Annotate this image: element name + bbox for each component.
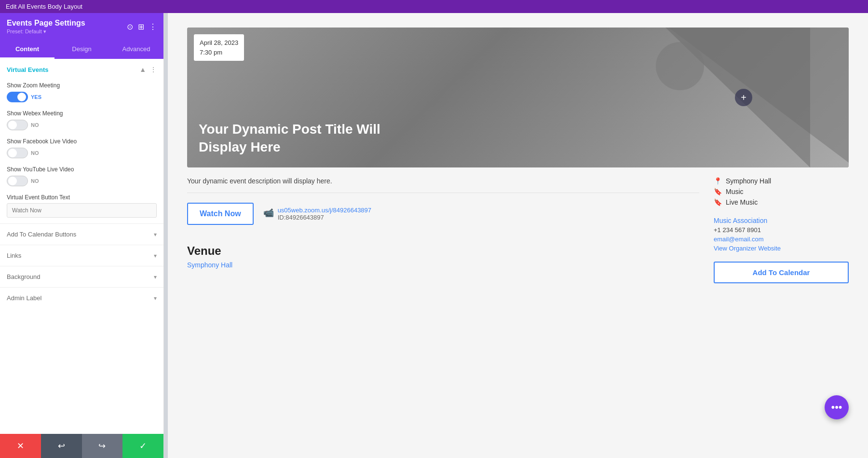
zoom-meeting-toggle[interactable] <box>7 92 28 102</box>
hero-time: 7:30 pm <box>200 48 238 57</box>
hero-date-badge: April 28, 2023 7:30 pm <box>194 34 244 61</box>
fab-icon: ••• <box>831 401 842 414</box>
event-main: Your dynamic event description will disp… <box>187 177 699 269</box>
category-music-row: 🔖 Music <box>714 188 849 195</box>
background-chevron: ▾ <box>154 274 157 280</box>
facebook-live-label: Show Facebook Live Video <box>7 138 157 145</box>
admin-label-label: Admin Label <box>7 294 41 302</box>
virtual-events-title: Virtual Events <box>7 66 48 73</box>
hero-date: April 28, 2023 <box>200 38 238 48</box>
organizer-phone: +1 234 567 8901 <box>714 226 849 234</box>
venue-section: Venue Symphony Hall <box>187 244 699 269</box>
youtube-live-knob <box>8 177 17 185</box>
zoom-meeting-label: Show Zoom Meeting <box>7 82 157 89</box>
zoom-details: us05web.zoom.us/j/84926643897 ID:8492664… <box>278 207 371 221</box>
grid-icon[interactable]: ⊞ <box>138 22 144 31</box>
youtube-live-label: Show YouTube Live Video <box>7 166 157 173</box>
links-chevron: ▾ <box>154 252 157 259</box>
focus-icon[interactable]: ⊙ <box>127 22 133 31</box>
panel-content: Virtual Events ▲ ⋮ Show Zoom Meeting YES <box>0 59 163 434</box>
webex-meeting-knob <box>8 121 17 129</box>
watch-now-button[interactable]: Watch Now <box>187 203 254 225</box>
watch-section: Watch Now 📹 us05web.zoom.us/j/8492664389… <box>187 203 699 225</box>
save-icon: ✓ <box>139 441 147 451</box>
webex-meeting-row: Show Webex Meeting NO <box>0 106 163 134</box>
category-icon-1: 🔖 <box>714 188 722 195</box>
organizer-name[interactable]: Music Association <box>714 217 849 224</box>
virtual-events-header: Virtual Events ▲ ⋮ <box>0 59 163 78</box>
tab-content[interactable]: Content <box>0 41 54 59</box>
undo-button[interactable]: ↩ <box>41 434 82 458</box>
button-text-input[interactable] <box>7 203 157 218</box>
youtube-live-status: NO <box>31 178 39 184</box>
fab-button[interactable]: ••• <box>825 395 849 419</box>
add-to-calendar-button[interactable]: Add To Calendar <box>714 262 849 283</box>
add-to-calendar-section[interactable]: Add To Calendar Buttons ▾ <box>0 223 163 245</box>
category-icon-2: 🔖 <box>714 198 722 206</box>
event-description: Your dynamic event description will disp… <box>187 177 699 193</box>
facebook-live-toggle-switch: NO <box>7 148 157 158</box>
tab-advanced[interactable]: Advanced <box>109 41 163 59</box>
redo-button[interactable]: ↪ <box>82 434 123 458</box>
hero-plus-button[interactable]: + <box>735 89 752 106</box>
collapse-icon[interactable]: ▲ <box>139 66 146 73</box>
facebook-live-toggle[interactable] <box>7 148 28 158</box>
section-icons: ▲ ⋮ <box>139 66 157 73</box>
button-text-row: Virtual Event Button Text <box>0 190 163 223</box>
hero-title: Your Dynamic Post Title Will Display Her… <box>199 121 392 156</box>
add-to-calendar-chevron: ▾ <box>154 231 157 238</box>
organizer-website[interactable]: View Organizer Website <box>714 245 849 252</box>
button-text-label: Virtual Event Button Text <box>7 194 157 201</box>
zoom-link[interactable]: us05web.zoom.us/j/84926643897 <box>278 207 371 214</box>
background-label: Background <box>7 273 40 280</box>
section-menu-icon[interactable]: ⋮ <box>150 66 157 73</box>
links-section[interactable]: Links ▾ <box>0 245 163 266</box>
cancel-icon: ✕ <box>17 441 24 451</box>
redo-icon: ↪ <box>98 441 106 451</box>
panel-preset: Preset: Default ▾ <box>7 28 85 35</box>
links-label: Links <box>7 252 21 259</box>
venue-name: Symphony Hall <box>726 177 771 185</box>
event-hero: April 28, 2023 7:30 pm Your Dynamic Post… <box>187 28 849 167</box>
facebook-live-row: Show Facebook Live Video NO <box>0 134 163 162</box>
panel-tabs: Content Design Advanced <box>0 41 163 59</box>
webex-meeting-toggle-switch: NO <box>7 120 157 130</box>
organizer-email[interactable]: email@email.com <box>714 236 849 243</box>
zoom-info: 📹 us05web.zoom.us/j/84926643897 ID:84926… <box>263 207 371 221</box>
youtube-live-row: Show YouTube Live Video NO <box>0 162 163 190</box>
zoom-meeting-knob <box>17 93 26 101</box>
facebook-live-knob <box>8 149 17 157</box>
main-layout: Events Page Settings Preset: Default ▾ ⊙… <box>0 13 868 458</box>
location-icon: 📍 <box>714 177 722 185</box>
webex-meeting-label: Show Webex Meeting <box>7 110 157 117</box>
youtube-live-toggle[interactable] <box>7 176 28 186</box>
save-button[interactable]: ✓ <box>122 434 163 458</box>
venue-title: Venue <box>187 244 699 258</box>
left-panel: Events Page Settings Preset: Default ▾ ⊙… <box>0 13 164 458</box>
video-icon: 📹 <box>263 208 274 218</box>
zoom-meeting-toggle-switch: YES <box>7 92 157 102</box>
zoom-id: ID:84926643897 <box>278 214 371 221</box>
venue-row: 📍 Symphony Hall <box>714 177 849 185</box>
facebook-live-status: NO <box>31 150 39 156</box>
sidebar-divider <box>714 209 849 217</box>
undo-icon: ↩ <box>58 441 65 451</box>
venue-name-link[interactable]: Symphony Hall <box>187 261 232 269</box>
category-live-music: Live Music <box>726 198 758 206</box>
panel-header: Events Page Settings Preset: Default ▾ ⊙… <box>0 13 163 41</box>
panel-divider[interactable] <box>164 13 168 458</box>
zoom-meeting-status: YES <box>31 94 41 100</box>
tab-design[interactable]: Design <box>54 41 109 59</box>
cancel-button[interactable]: ✕ <box>0 434 41 458</box>
panel-header-icons: ⊙ ⊞ ⋮ <box>127 22 157 31</box>
top-bar: Edit All Events Body Layout <box>0 0 868 13</box>
panel-title: Events Page Settings <box>7 19 85 28</box>
background-section[interactable]: Background ▾ <box>0 266 163 287</box>
webex-meeting-toggle[interactable] <box>7 120 28 130</box>
admin-label-section[interactable]: Admin Label ▾ <box>0 287 163 308</box>
bottom-toolbar: ✕ ↩ ↪ ✓ <box>0 434 163 458</box>
add-to-calendar-label: Add To Calendar Buttons <box>7 231 76 238</box>
webex-meeting-status: NO <box>31 122 39 128</box>
more-icon[interactable]: ⋮ <box>149 22 157 31</box>
event-body: Your dynamic event description will disp… <box>187 177 849 283</box>
